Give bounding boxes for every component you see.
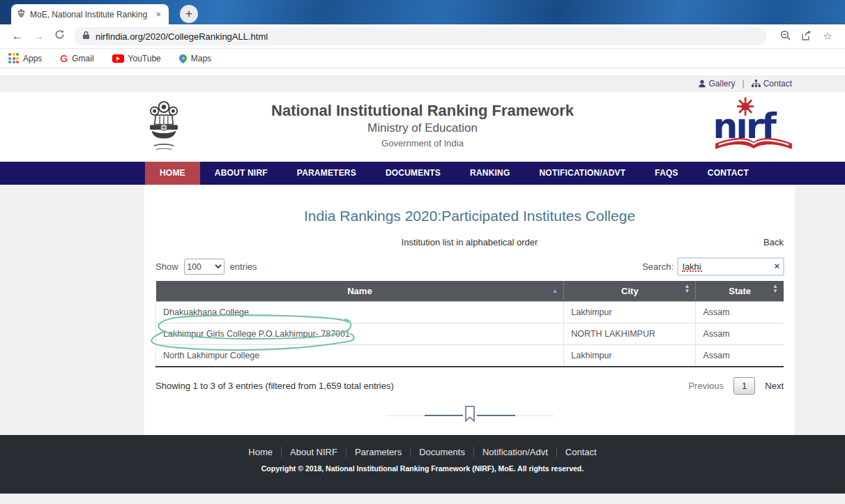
nav-parameters[interactable]: PARAMETERS bbox=[282, 162, 371, 185]
tab-title: MoE, National Institute Ranking F bbox=[30, 10, 149, 20]
reload-button[interactable] bbox=[49, 29, 70, 43]
sort-both-icon: ▲▼ bbox=[685, 284, 690, 294]
table-status-text: Showing 1 to 3 of 3 entries (filtered fr… bbox=[155, 381, 394, 391]
search-input[interactable] bbox=[678, 258, 784, 275]
nav-notification-advt[interactable]: NOTIFICATION/ADVT bbox=[524, 162, 640, 185]
cell-state: Assam bbox=[696, 302, 784, 323]
utility-separator: | bbox=[743, 79, 745, 89]
nav-contact[interactable]: CONTACT bbox=[693, 162, 763, 185]
bookmark-label: Apps bbox=[23, 54, 42, 63]
table-row: North Lakhimpur College Lakhimpur Assam bbox=[156, 345, 784, 367]
cell-state: Assam bbox=[696, 345, 784, 367]
bookmark-label: Gmail bbox=[72, 54, 93, 63]
new-tab-button[interactable]: + bbox=[180, 5, 198, 23]
maps-icon bbox=[177, 53, 188, 64]
footer-link-notification-advt[interactable]: Notification/Advt bbox=[474, 447, 557, 457]
nav-home[interactable]: HOME bbox=[145, 162, 200, 185]
nav-about-nirf[interactable]: ABOUT NIRF bbox=[200, 162, 282, 185]
youtube-icon bbox=[112, 54, 124, 63]
cell-name: Lakhimpur Girls College P.O.Lakhimpur- 7… bbox=[156, 323, 564, 345]
show-label: Show bbox=[155, 261, 178, 272]
footer-links: Home About NIRF Parameters Documents Not… bbox=[0, 447, 845, 457]
search-clear-icon[interactable]: × bbox=[774, 261, 779, 271]
footer-link-home[interactable]: Home bbox=[240, 447, 282, 457]
nirf-logo: nırf bbox=[709, 96, 798, 160]
page-top-spacer bbox=[0, 68, 845, 75]
entries-label: entries bbox=[230, 261, 257, 272]
nav-faqs[interactable]: FAQS bbox=[640, 162, 692, 185]
cell-state: Assam bbox=[696, 323, 784, 345]
bookmark-maps[interactable]: Maps bbox=[179, 54, 211, 63]
bookmark-gmail[interactable]: G Gmail bbox=[60, 53, 93, 64]
footer-link-documents[interactable]: Documents bbox=[411, 447, 474, 457]
nav-documents[interactable]: DOCUMENTS bbox=[371, 162, 455, 185]
url-bar: ← → nirfindia.org/2020/CollegeRankingALL… bbox=[0, 24, 845, 49]
content-container: India Rankings 2020:Participated Institu… bbox=[144, 185, 795, 435]
column-header-city[interactable]: City ▲▼ bbox=[564, 281, 696, 302]
cell-city: Lakhimpur bbox=[564, 345, 696, 367]
table-row-highlighted: Lakhimpur Girls College P.O.Lakhimpur- 7… bbox=[156, 323, 784, 345]
copyright-text: Copyright © 2018, National Institutional… bbox=[0, 464, 845, 473]
cell-name: North Lakhimpur College bbox=[156, 345, 564, 367]
footer-link-about-nirf[interactable]: About NIRF bbox=[282, 447, 347, 457]
sitemap-icon bbox=[752, 79, 761, 88]
site-footer: Home About NIRF Parameters Documents Not… bbox=[0, 435, 845, 494]
share-icon[interactable] bbox=[796, 30, 817, 43]
utility-bar: Gallery | Contact bbox=[0, 75, 845, 92]
cell-city: Lakhimpur bbox=[564, 302, 696, 323]
gallery-label: Gallery bbox=[709, 79, 736, 89]
bookmark-youtube[interactable]: YouTube bbox=[112, 54, 161, 63]
address-field[interactable]: nirfindia.org/2020/CollegeRankingALL.htm… bbox=[74, 27, 767, 45]
browser-tab-bar: MoE, National Institute Ranking F × + bbox=[0, 0, 845, 24]
site-header: National Institutional Ranking Framework… bbox=[0, 92, 845, 162]
pagination-previous[interactable]: Previous bbox=[688, 381, 724, 391]
section-divider bbox=[144, 406, 795, 425]
cell-name: Dhakuakhana College bbox=[156, 302, 564, 323]
zoom-out-icon[interactable] bbox=[775, 30, 796, 43]
pagination-next[interactable]: Next bbox=[765, 381, 784, 391]
tab-favicon-emblem-icon bbox=[17, 8, 26, 21]
gallery-link[interactable]: Gallery bbox=[698, 79, 736, 89]
browser-tab[interactable]: MoE, National Institute Ranking F × bbox=[11, 4, 169, 24]
main-navigation: HOME ABOUT NIRF PARAMETERS DOCUMENTS RAN… bbox=[0, 162, 845, 185]
apps-grid-icon bbox=[8, 53, 19, 63]
column-header-name[interactable]: Name ▲ bbox=[156, 281, 564, 302]
footer-link-contact[interactable]: Contact bbox=[557, 447, 605, 457]
forward-button[interactable]: → bbox=[28, 29, 49, 43]
back-button[interactable]: ← bbox=[7, 29, 28, 43]
cell-city: NORTH LAKHIMPUR bbox=[564, 323, 696, 345]
main-area: India Rankings 2020:Participated Institu… bbox=[0, 185, 845, 435]
column-header-state[interactable]: State ▲▼ bbox=[696, 281, 784, 302]
bottom-gray-strip bbox=[0, 494, 845, 504]
person-icon bbox=[698, 79, 706, 88]
pagination: Previous 1 Next bbox=[688, 377, 784, 395]
page-title: India Rankings 2020:Participated Institu… bbox=[144, 185, 795, 224]
search-label: Search: bbox=[642, 261, 673, 272]
bookmark-ribbon-icon bbox=[463, 406, 477, 425]
lock-icon[interactable] bbox=[82, 30, 90, 43]
nav-ranking[interactable]: RANKING bbox=[455, 162, 524, 185]
table-row: Dhakuakhana College Lakhimpur Assam bbox=[156, 302, 784, 323]
sort-asc-icon: ▲ bbox=[551, 287, 558, 294]
url-text: nirfindia.org/2020/CollegeRankingALL.htm… bbox=[96, 31, 268, 42]
bookmarks-bar: Apps G Gmail YouTube Maps bbox=[0, 49, 845, 68]
tab-close-icon[interactable]: × bbox=[153, 9, 163, 20]
sort-both-icon: ▲▼ bbox=[772, 284, 778, 294]
back-link[interactable]: Back bbox=[763, 237, 784, 247]
bookmark-star-icon[interactable]: ☆ bbox=[817, 30, 838, 43]
bookmark-label: Maps bbox=[191, 54, 211, 63]
bookmark-apps[interactable]: Apps bbox=[8, 53, 42, 63]
page-size-select[interactable]: 100 bbox=[184, 259, 224, 275]
list-caption: Institution list in alphabetical order bbox=[144, 237, 795, 247]
footer-link-parameters[interactable]: Parameters bbox=[347, 447, 411, 457]
table-controls: Show 100 entries Search: × bbox=[155, 258, 784, 275]
pagination-page-1[interactable]: 1 bbox=[733, 377, 755, 395]
contact-link[interactable]: Contact bbox=[752, 79, 792, 89]
institutes-table: Name ▲ City ▲▼ State ▲▼ bbox=[155, 281, 784, 367]
spellcheck-underline bbox=[682, 270, 702, 272]
bookmark-label: YouTube bbox=[128, 54, 161, 63]
gmail-icon: G bbox=[60, 53, 68, 64]
contact-label: Contact bbox=[763, 79, 792, 89]
